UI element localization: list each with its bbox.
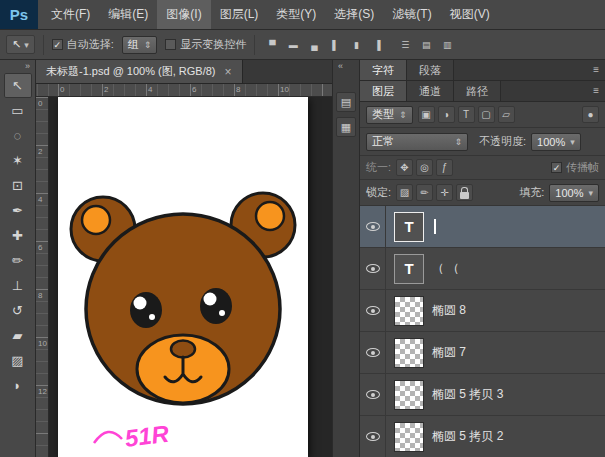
alignment-icon-groups: ▀▬▄▌▮▐☰▤▥ — [263, 37, 456, 53]
layer-panel-tab[interactable]: 通道 — [407, 81, 454, 101]
blur-tool[interactable]: ◗ — [4, 373, 32, 398]
auto-select-label: 自动选择: — [67, 37, 114, 52]
options-bar: ↖ ▾ 自动选择: 组 ⇕ 显示变换控件 ▀▬▄▌▮▐☰▤▥ — [0, 30, 605, 60]
align-left-edges-icon[interactable]: ▌ — [326, 37, 344, 53]
layer-visibility-toggle[interactable] — [360, 206, 386, 247]
layer-thumbnail[interactable] — [394, 296, 424, 326]
menu-item[interactable]: 图像(I) — [157, 0, 210, 29]
history-panel-icon[interactable]: ▤ — [336, 92, 356, 112]
auto-select-scope-dropdown[interactable]: 组 ⇕ — [122, 36, 158, 54]
align-bottom-edges-icon[interactable]: ▄ — [305, 37, 323, 53]
menu-item[interactable]: 视图(V) — [441, 0, 499, 29]
align-right-edges-icon[interactable]: ▐ — [368, 37, 386, 53]
layer-visibility-toggle[interactable] — [360, 332, 386, 373]
panel-menu-icon[interactable]: ≡ — [593, 64, 599, 75]
eye-icon — [366, 222, 380, 231]
align-top-edges-icon[interactable]: ▀ — [263, 37, 281, 53]
layer-panel-tab[interactable]: 路径 — [454, 81, 501, 101]
filter-kind-dropdown[interactable]: 类型 ⇕ — [366, 106, 413, 124]
dock-collapse-button[interactable]: « — [333, 60, 343, 73]
lock-all-icon[interactable] — [456, 184, 473, 201]
rectangular-marquee-tool[interactable]: ▭ — [4, 98, 32, 123]
lock-transparent-pixels-icon[interactable]: ▨ — [396, 184, 413, 201]
layer-row[interactable]: 椭圆 5 拷贝 3 — [360, 374, 605, 416]
menu-item[interactable]: 滤镜(T) — [383, 0, 440, 29]
ruler-number: 2 — [38, 147, 42, 156]
gradient-tool[interactable]: ▨ — [4, 348, 32, 373]
align-vertical-centers-icon[interactable]: ▬ — [284, 37, 302, 53]
propagate-frames-checkbox[interactable]: 传播帧 — [551, 160, 599, 175]
layer-row[interactable]: 椭圆 5 拷贝 2 — [360, 416, 605, 457]
eyedropper-tool[interactable]: ✒ — [4, 198, 32, 223]
move-tool[interactable]: ↖ — [4, 73, 32, 98]
layer-row[interactable]: T（ （ — [360, 248, 605, 290]
text-panel-tab[interactable]: 字符 — [360, 60, 407, 80]
lock-image-pixels-icon[interactable]: ✏ — [416, 184, 433, 201]
bear-eye-right — [200, 288, 232, 324]
layer-visibility-toggle[interactable] — [360, 374, 386, 415]
ruler-number: 0 — [60, 85, 64, 94]
unify-layer-visibility-icon[interactable]: ◎ — [416, 159, 433, 176]
lock-label: 锁定: — [366, 185, 391, 200]
filter-smart-objects-icon[interactable]: ▱ — [498, 106, 515, 123]
toolbar-collapse-button[interactable]: » — [25, 60, 35, 73]
close-icon[interactable]: × — [225, 65, 232, 79]
filter-adjustment-layers-icon[interactable]: ◑ — [438, 106, 455, 123]
layer-thumbnail[interactable] — [394, 422, 424, 452]
distribute-horizontal-centers-icon[interactable]: ▥ — [438, 37, 456, 53]
layer-row[interactable]: T — [360, 206, 605, 248]
menu-item[interactable]: 编辑(E) — [99, 0, 157, 29]
layer-thumbnail[interactable]: T — [394, 212, 424, 242]
menu-item[interactable]: 图层(L) — [211, 0, 268, 29]
filter-shape-layers-icon[interactable]: ▢ — [478, 106, 495, 123]
quick-selection-tool[interactable]: ✶ — [4, 148, 32, 173]
filter-toggle-button[interactable]: ● — [582, 106, 599, 123]
filter-kind-label: 类型 — [372, 107, 394, 122]
fill-dropdown[interactable]: 100% ▾ — [549, 184, 599, 202]
spot-healing-brush-tool[interactable]: ✚ — [4, 223, 32, 248]
show-transform-controls-checkbox[interactable]: 显示变换控件 — [165, 37, 246, 52]
bear-eye-left — [130, 292, 162, 328]
clone-stamp-tool[interactable]: ⊥ — [4, 273, 32, 298]
distribute-top-edges-icon[interactable]: ☰ — [396, 37, 414, 53]
menu-item[interactable]: 文件(F) — [42, 0, 99, 29]
menu-item[interactable]: 选择(S) — [325, 0, 383, 29]
unify-layer-position-icon[interactable]: ✥ — [396, 159, 413, 176]
layer-row[interactable]: 椭圆 8 — [360, 290, 605, 332]
layer-thumbnail[interactable]: T — [394, 254, 424, 284]
ruler-number: 10 — [280, 85, 289, 94]
lasso-tool[interactable]: ◌ — [4, 123, 32, 148]
eraser-tool[interactable]: ▰ — [4, 323, 32, 348]
properties-panel-icon[interactable]: ▦ — [336, 117, 356, 137]
document-tab[interactable]: 未标题-1.psd @ 100% (图, RGB/8) × — [36, 60, 243, 83]
menu-item[interactable]: 类型(Y) — [267, 0, 325, 29]
blend-mode-row: 正常 ⇕ 不透明度: 100% ▾ — [360, 128, 605, 156]
distribute-vertical-centers-icon[interactable]: ▤ — [417, 37, 435, 53]
text-panel-tab[interactable]: 段落 — [407, 60, 454, 80]
opacity-dropdown[interactable]: 100% ▾ — [531, 133, 581, 151]
layer-thumbnail[interactable] — [394, 338, 424, 368]
blend-mode-dropdown[interactable]: 正常 ⇕ — [366, 133, 468, 151]
layer-visibility-toggle[interactable] — [360, 416, 386, 457]
panel-menu-icon[interactable]: ≡ — [593, 85, 599, 96]
align-horizontal-centers-icon[interactable]: ▮ — [347, 37, 365, 53]
ruler-number: 4 — [148, 85, 152, 94]
layer-visibility-toggle[interactable] — [360, 248, 386, 289]
layer-row[interactable]: 椭圆 7 — [360, 332, 605, 374]
canvas[interactable]: 51R — [58, 97, 308, 457]
bear-nose — [171, 341, 195, 358]
unify-row: 统一: ✥◎ƒ 传播帧 — [360, 156, 605, 180]
filter-pixel-layers-icon[interactable]: ▣ — [418, 106, 435, 123]
layer-panel-tab[interactable]: 图层 — [360, 81, 407, 101]
auto-select-checkbox[interactable]: 自动选择: — [52, 37, 114, 52]
filter-type-layers-icon[interactable]: T — [458, 106, 475, 123]
layer-thumbnail[interactable] — [394, 380, 424, 410]
lock-position-icon[interactable]: ✛ — [436, 184, 453, 201]
brush-tool[interactable]: ✏ — [4, 248, 32, 273]
tool-preset-dropdown[interactable]: ↖ ▾ — [6, 35, 35, 54]
history-brush-tool[interactable]: ↺ — [4, 298, 32, 323]
lock-icon — [460, 192, 469, 199]
unify-layer-style-icon[interactable]: ƒ — [436, 159, 453, 176]
layer-visibility-toggle[interactable] — [360, 290, 386, 331]
crop-tool[interactable]: ⊡ — [4, 173, 32, 198]
